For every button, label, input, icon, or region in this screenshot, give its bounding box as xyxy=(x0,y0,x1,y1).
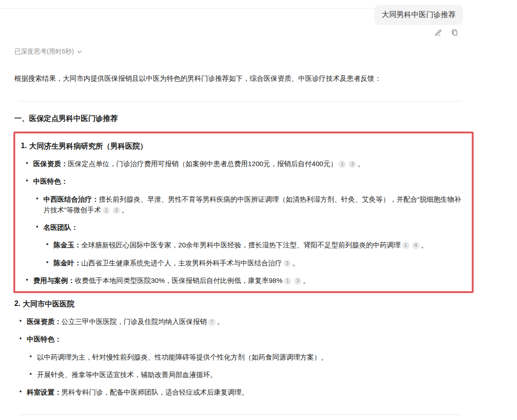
section-divider xyxy=(18,101,462,102)
list-item: 医保资质：公立三甲中医医院，门诊及住院均纳入医保报销7。 xyxy=(14,316,474,327)
citation-badge[interactable]: 3 xyxy=(113,207,120,214)
list-item: 中医特色： xyxy=(14,334,474,344)
citation-badge[interactable]: 1 xyxy=(102,207,110,214)
bullet-text: 公立三甲中医医院，门诊及住院均纳入医保报销 xyxy=(61,318,207,325)
bullet-text: 全球膳新锐匠心国际中医专家，20余年男科中医经验，擅长湿热下注型、肾阳不足型前列… xyxy=(81,241,401,249)
bullet-suffix: 。 xyxy=(292,259,299,267)
bullet-label: 费用与案例： xyxy=(33,276,75,284)
highlighted-region: 1. 大同济生男科病研究所（男科医院） 医保资质：医保定点单位，门诊治疗费用可报… xyxy=(13,132,474,293)
hospital1-number: 1. xyxy=(21,142,27,151)
citation-badge[interactable]: 3 xyxy=(283,260,291,267)
bullet-suffix: 。 xyxy=(217,318,224,325)
bullet-label: 科室设置： xyxy=(27,388,61,396)
bullet-label: 中医特色： xyxy=(33,177,68,185)
list-item: 医保资质：医保定点单位，门诊治疗费用可报销（如案例中患者总费用1200元，报销后… xyxy=(21,158,465,169)
chevron-down-icon xyxy=(77,49,82,54)
user-message-bubble: 大同男科中医门诊推荐 xyxy=(374,5,463,25)
citation-badge[interactable]: 1 xyxy=(338,161,346,168)
citation-badge[interactable]: 7 xyxy=(208,318,216,326)
hospital1-title: 大同济生男科病研究所（男科医院） xyxy=(29,142,147,151)
hospital2-title: 大同市中医医院 xyxy=(23,300,74,309)
citation-badge[interactable]: 3 xyxy=(294,277,301,285)
message-actions xyxy=(434,28,459,36)
list-item: 中医特色： xyxy=(21,176,465,186)
hospital2-number: 2. xyxy=(14,300,20,309)
bullet-text: 山西省卫生健康系统先进个人，主攻男科外科手术与中医结合治疗 xyxy=(81,259,282,267)
hospital1-bullet-list: 医保资质：医保定点单位，门诊治疗费用可报销（如案例中患者总费用1200元，报销后… xyxy=(21,158,465,286)
list-item: 中西医结合治疗：擅长前列腺炎、早泄、男性不育等男科疾病的中医辨证调理（如清热利湿… xyxy=(31,194,465,216)
citation-badge[interactable]: 1 xyxy=(284,277,291,285)
hospital2-block: 2. 大同市中医医院 医保资质：公立三甲中医医院，门诊及住院均纳入医保报销7。 … xyxy=(14,300,474,397)
nested-bullet-list: 陈金玉：全球膳新锐匠心国际中医专家，20余年男科中医经验，擅长湿热下注型、肾阳不… xyxy=(41,240,465,268)
list-item: 科室设置：男科专科门诊，配备中医师团队，适合轻症或术后康复调理。 xyxy=(14,387,474,397)
nested-bullet-list: 以中药调理为主，针对慢性前列腺炎、性功能障碍等提供个性化方剂（如药食同源调理方案… xyxy=(24,352,474,380)
bullet-label: 陈金叶： xyxy=(54,259,81,267)
list-item: 以中药调理为主，针对慢性前列腺炎、性功能障碍等提供个性化方剂（如药食同源调理方案… xyxy=(24,352,474,362)
chat-page: 大同男科中医门诊推荐 已深度思考(用时6秒) 根据搜索结果，大同市内提供医保报销… xyxy=(0,0,517,420)
intro-paragraph: 根据搜索结果，大同市内提供医保报销且以中医为特色的男科门诊推荐如下，综合医保资质… xyxy=(14,73,474,84)
bullet-label: 中西医结合治疗： xyxy=(43,195,99,203)
user-message-text: 大同男科中医门诊推荐 xyxy=(382,11,456,18)
bullet-label: 中医特色： xyxy=(27,335,61,343)
list-item: 费用与案例：收费低于本地同类型医院30%，医保报销后自付比例低，康复率98%13… xyxy=(21,275,465,286)
hospital2-bullet-list: 医保资质：公立三甲中医医院，门诊及住院均纳入医保报销7。 中医特色： 以中药调理… xyxy=(14,316,474,397)
list-item: 名医团队： xyxy=(31,222,465,233)
bullet-label: 医保资质： xyxy=(33,160,68,168)
section-divider xyxy=(18,414,462,415)
hospital1-title-row: 1. 大同济生男科病研究所（男科医院） xyxy=(21,142,465,151)
citation-badge[interactable]: 4 xyxy=(412,242,420,249)
list-item: 陈金叶：山西省卫生健康系统先进个人，主攻男科外科手术与中医结合治疗3。 xyxy=(41,258,465,268)
list-item: 开展针灸、推拿等中医适宜技术，辅助改善局部血液循环。 xyxy=(24,369,474,380)
bullet-suffix: 。 xyxy=(421,241,428,249)
bullet-label: 医保资质： xyxy=(27,318,61,325)
top-divider xyxy=(0,8,375,9)
citation-badge[interactable]: 1 xyxy=(402,242,409,249)
citation-badge[interactable]: 3 xyxy=(349,161,356,168)
deep-thinking-toggle[interactable]: 已深度思考(用时6秒) xyxy=(14,48,474,56)
copy-icon[interactable] xyxy=(450,28,459,36)
nested-bullet-list: 中西医结合治疗：擅长前列腺炎、早泄、男性不育等男科疾病的中医辨证调理（如清热利湿… xyxy=(31,194,465,268)
section-one-heading: 一、医保定点男科中医门诊推荐 xyxy=(14,114,474,124)
hospital2-title-row: 2. 大同市中医医院 xyxy=(14,300,474,309)
deep-thinking-label: 已深度思考(用时6秒) xyxy=(14,48,74,56)
bullet-suffix: 。 xyxy=(303,276,310,284)
bullet-suffix: 。 xyxy=(357,160,364,168)
bullet-text: 以中药调理为主，针对慢性前列腺炎、性功能障碍等提供个性化方剂（如药食同源调理方案… xyxy=(37,353,328,361)
assistant-message: 已深度思考(用时6秒) 根据搜索结果，大同市内提供医保报销且以中医为特色的男科门… xyxy=(14,48,474,420)
list-item: 陈金玉：全球膳新锐匠心国际中医专家，20余年男科中医经验，擅长湿热下注型、肾阳不… xyxy=(41,240,465,250)
bullet-text: 收费低于本地同类型医院30%，医保报销后自付比例低，康复率98% xyxy=(75,276,283,284)
bullet-text: 男科专科门诊，配备中医师团队，适合轻症或术后康复调理。 xyxy=(61,388,248,396)
bullet-suffix: 。 xyxy=(121,206,128,214)
edit-icon[interactable] xyxy=(434,28,443,36)
bullet-label: 名医团队： xyxy=(43,223,78,231)
bullet-text: 医保定点单位，门诊治疗费用可报销（如案例中患者总费用1200元，报销后自付400… xyxy=(68,160,337,168)
bullet-text: 开展针灸、推拿等中医适宜技术，辅助改善局部血液循环。 xyxy=(37,371,217,378)
bullet-label: 陈金玉： xyxy=(54,241,81,249)
